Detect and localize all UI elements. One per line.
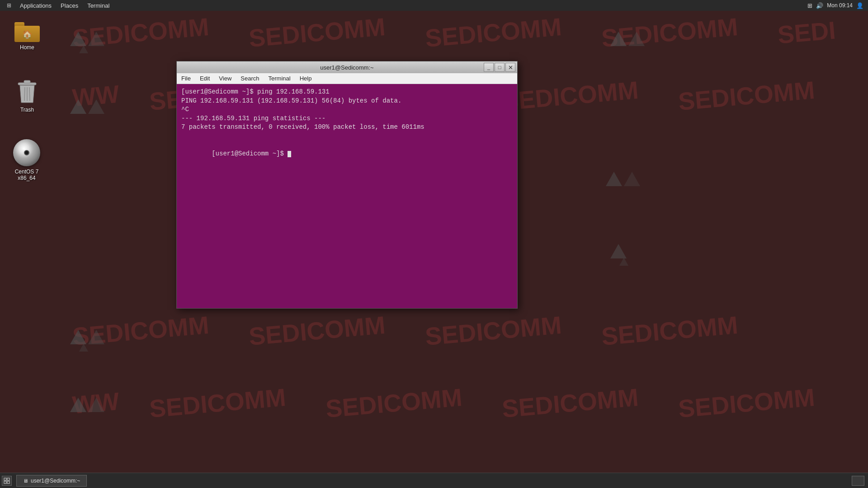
centos-cd-icon: [13, 139, 40, 166]
terminal-line-1: [user1@Sedicomm ~]$ ping 192.168.59.131: [181, 88, 513, 97]
top-bar: ⊞ Applications Places Terminal ⊞ 🔊 Mon 0…: [0, 0, 868, 11]
home-icon-label: Home: [18, 44, 36, 51]
desktop: SEDICOMM SEDICOMM SEDICOMM SEDICOMM SEDI…: [0, 0, 868, 488]
svg-rect-5: [4, 478, 6, 480]
terminal-titlebar: user1@Sedicomm:~ _ □ ✕: [177, 61, 517, 73]
taskbar-terminal-button[interactable]: 🖥 user1@Sedicomm:~: [16, 475, 87, 487]
terminal-line-6: [181, 132, 513, 141]
window-thumbnail-button[interactable]: [852, 476, 864, 486]
close-button[interactable]: ✕: [505, 63, 515, 72]
taskbar-terminal-icon: 🖥: [23, 478, 28, 483]
terminal-prompt-line[interactable]: [user1@Sedicomm ~]$: [181, 141, 513, 168]
terminal-prompt: [user1@Sedicomm ~]$: [212, 150, 288, 157]
home-folder-icon: 🏠: [14, 20, 40, 42]
terminal-line-2: PING 192.168.59.131 (192.168.59.131) 56(…: [181, 97, 513, 106]
terminal-menu-terminal[interactable]: Terminal: [264, 74, 295, 83]
terminal-menubar: File Edit View Search Terminal Help: [177, 73, 517, 84]
terminal-cursor: [288, 151, 291, 157]
svg-rect-1: [24, 80, 30, 83]
volume-icon[interactable]: 🔊: [816, 2, 823, 9]
trash-icon-label: Trash: [19, 106, 36, 113]
svg-line-4: [29, 87, 30, 101]
terminal-menu-view[interactable]: View: [214, 74, 236, 83]
svg-line-2: [24, 87, 25, 101]
terminal-menu-file[interactable]: File: [177, 74, 195, 83]
taskbar-right: [852, 476, 868, 486]
terminal-menu-help[interactable]: Help: [295, 74, 316, 83]
clock: Mon 09:14: [827, 2, 853, 9]
show-desktop-button[interactable]: [2, 476, 12, 486]
desktop-icon-centos[interactable]: CentOS 7 x86_64: [6, 139, 47, 182]
svg-rect-6: [7, 478, 9, 480]
user-icon[interactable]: 👤: [856, 2, 863, 9]
desktop-icon-home[interactable]: 🏠 Home: [9, 20, 45, 51]
terminal-controls: _ □ ✕: [484, 63, 515, 72]
terminal-line-5: 7 packets transmitted, 0 received, 100% …: [181, 123, 513, 132]
svg-rect-8: [7, 481, 9, 483]
centos-icon-label: CentOS 7 x86_64: [6, 168, 47, 182]
applications-icon: ⊞: [4, 0, 14, 11]
topbar-applications[interactable]: Applications: [16, 1, 55, 10]
cd-hole: [24, 150, 29, 155]
taskbar-left: [0, 476, 14, 486]
terminal-line-3: ^C: [181, 105, 513, 114]
topbar-terminal[interactable]: Terminal: [84, 1, 113, 10]
terminal-body[interactable]: [user1@Sedicomm ~]$ ping 192.168.59.131 …: [177, 84, 517, 308]
terminal-line-4: --- 192.168.59.131 ping statistics ---: [181, 114, 513, 123]
terminal-window: user1@Sedicomm:~ _ □ ✕ File Edit View Se…: [176, 61, 518, 309]
terminal-title: user1@Sedicomm:~: [320, 64, 373, 71]
maximize-button[interactable]: □: [495, 63, 505, 72]
network-icon[interactable]: ⊞: [807, 2, 812, 9]
trash-icon-img: [16, 79, 38, 104]
terminal-menu-search[interactable]: Search: [236, 74, 264, 83]
topbar-places[interactable]: Places: [57, 1, 82, 10]
svg-rect-7: [4, 481, 6, 483]
terminal-menu-edit[interactable]: Edit: [195, 74, 214, 83]
taskbar: 🖥 user1@Sedicomm:~: [0, 473, 868, 488]
desktop-icon-trash[interactable]: Trash: [9, 79, 45, 113]
taskbar-terminal-label: user1@Sedicomm:~: [31, 478, 80, 484]
minimize-button[interactable]: _: [484, 63, 494, 72]
